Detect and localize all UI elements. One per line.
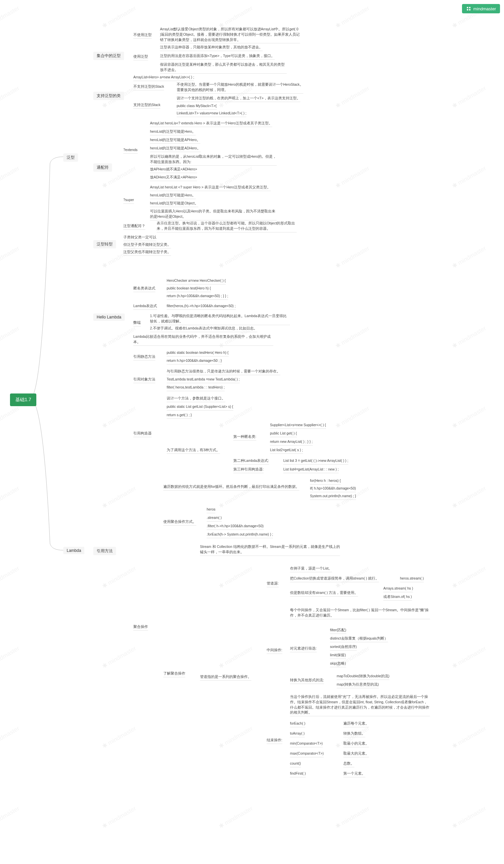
leaf: public static List getList (Supplier<Lis… [167, 404, 233, 410]
leaf: Lambda表达式 [133, 303, 157, 310]
leaf: ArrayList heroLis<? extends Hero > 表示这是一… [150, 120, 272, 127]
leaf: return s.get( ) ; } [167, 412, 192, 419]
leaf: 表示任意泛型。换句话说，这个容器什么泛型都有可能。所以只能以Object的形式取… [157, 220, 297, 232]
leaf: Supplier<List>s=new Supplier<>( ) { [270, 422, 326, 429]
leaf: 当这个操作执行后，流就被使用"光"了，无法再被操作。所以这必定是流的最后一个操作… [290, 694, 430, 716]
leaf: 管道源: [267, 580, 279, 587]
leaf: heroList的泛型可能是Hero。 [150, 128, 196, 135]
leaf: heros.stream( ) [400, 575, 424, 582]
leaf: 结束操作: [267, 737, 282, 744]
leaf: 可以往里面插入Hero以及Hero的子类。但是取出来有风险，因为不清楚取出来的是… [150, 208, 276, 220]
leaf: .forEach(h-> System.out.println(h.name) … [207, 531, 273, 538]
leaf: heros [207, 506, 215, 513]
leaf: 把Collection切换成管道源很简单，调用stream( ) 就行。 [290, 575, 379, 582]
leaf: if( h.hp>100&&h.damage<50) [310, 485, 356, 492]
node-generics-class[interactable]: 支持泛型的类 [93, 92, 124, 100]
leaf: 支持泛型的Stack [133, 102, 160, 109]
leaf: 引用构造器 [133, 430, 152, 437]
leaf: 了解聚合操作 [163, 670, 185, 677]
connectors [0, 0, 504, 864]
leaf: heroList的泛型可能是ADHero。 [150, 145, 201, 152]
leaf: 泛型通配符？ [123, 223, 145, 230]
leaf: System.out.println(h.name) ; } [310, 493, 356, 500]
leaf: 第一种匿名类: [233, 433, 256, 441]
mindmap: 基础1.7 泛型 Lambda 集合中的泛型 支持泛型的类 通配符 泛型转型 不… [0, 0, 504, 27]
brand-badge: mindmaster [462, 4, 500, 13]
leaf: 不支持泛型的Stack [133, 83, 164, 91]
leaf: HeroChecker a=new HeroChecker( ) { [167, 277, 226, 285]
leaf: toArray( ) [290, 730, 305, 737]
leaf: public class MyStack<T>{ [177, 103, 217, 110]
leaf: limit(保留) [330, 652, 346, 659]
leaf: 取最小的元素。 [343, 740, 369, 747]
leaf: 泛型的用法是在容器后面添加<Type>，Type可以是类，抽象类，接口。 [160, 53, 275, 60]
leaf: ?extends [123, 147, 138, 154]
leaf: skip(忽略) [330, 660, 346, 667]
node-ref-method[interactable]: 引用方法 [93, 547, 116, 555]
leaf: 弊端 [133, 320, 141, 326]
leaf: 转换为其他形式的流: [290, 677, 324, 684]
leaf: max(Comparator<T>) [290, 750, 324, 757]
leaf: 不使用泛型 [133, 32, 152, 39]
leaf: 使用聚合操作方式。 [163, 518, 196, 526]
leaf: filter(heros,(h)->h.hp>100&&h.damage<50)… [167, 303, 236, 310]
leaf: 管道指的是一系列的聚合操作。 [200, 674, 251, 681]
leaf: 取最大的元素。 [343, 750, 369, 757]
leaf: 为了调用这个方法，有3种方式。 [167, 447, 220, 454]
node-generics[interactable]: 泛型 [63, 153, 78, 162]
leaf: heroList的泛型可能是Hero。 [150, 192, 196, 199]
node-lambda[interactable]: Lambda [63, 547, 84, 554]
leaf: TestLambda testLambda =new TestLambda( )… [167, 376, 240, 383]
leaf: 聚合操作 [133, 624, 148, 631]
leaf: 对元素进行筛选: [290, 645, 317, 652]
leaf: findFirst( ) [290, 770, 306, 777]
leaf: heroList的泛型可能是APHero。 [150, 137, 200, 144]
leaf: List list 3 = getList( ( )->new ArrayLis… [283, 457, 348, 465]
leaf: 假设容器的泛型是某种对象类型，那么其子类都可以放进去，相其无关的类型放不进去。 [160, 61, 287, 74]
leaf: 2.不便于调试。很难在Lambda表达式中增加调试信息，比如日志。 [150, 325, 257, 332]
leaf: min(Comparator<T>) [290, 740, 323, 747]
leaf: return h.hp>100&&h.damage<50 ; } [167, 358, 222, 364]
node-generics-collection[interactable]: 集合中的泛型 [93, 52, 124, 60]
leaf: 或者Stram.of( hs ) [383, 593, 412, 601]
leaf: for(Hero h : heros) { [310, 478, 341, 484]
leaf: count() [290, 760, 301, 767]
leaf: 设计一个支持泛型的栈，在类的声明上，加上一个<T>，表示这类支持泛型。 [177, 95, 300, 102]
leaf: mapToDouble(转换为double的流) [337, 673, 389, 680]
leaf: 中间操作: [267, 647, 282, 654]
leaf: public boolean test(Hero h) { [167, 285, 211, 292]
root-node[interactable]: 基础1.7 [10, 394, 36, 406]
leaf: 总数。 [343, 760, 354, 767]
leaf: 遍历数据的传统方式就是使用for循环。然后条件判断，最后打印出满足条件的数据。 [163, 483, 299, 491]
leaf: 引用对象方法 [133, 376, 155, 383]
leaf: sorted(自然排序) [330, 644, 357, 651]
leaf: map(转换为任意类型的流) [337, 681, 379, 688]
node-wildcard[interactable]: 通配符 [93, 164, 112, 172]
leaf: 匿名类表达式 [133, 285, 155, 292]
leaf: .stream( ) [207, 515, 222, 521]
leaf: 设计一个方法，参数就是这个接口。 [167, 395, 225, 402]
leaf: .filter( h->h.hp>100&&h.damage<50) [207, 523, 264, 530]
leaf: 泛型表示这种容器，只能存放某种对象类型，其他的放不进去。 [160, 44, 263, 51]
leaf: 不使用泛型。当需要一个只能放Hero的栈是时候，就需要设计一个HeroStack… [177, 81, 303, 94]
leaf: 第一个元素。 [343, 770, 365, 777]
watermark-layer: ✱ mindmaster✱ mindmaster✱ mindmaster✱ mi… [0, 0, 504, 864]
leaf: 泛型父类也不能转泛型子类。 [123, 249, 171, 256]
leaf: 与引用静态方法很类似，只是传递方法的时候，需要一个对象的存在。 [167, 368, 280, 375]
leaf: 但泛型子类不能转泛型父类。 [123, 241, 171, 249]
leaf: return (h.hp>100&&h.damage<50) ; } } ; [167, 293, 228, 300]
leaf: 所以可以确凿的是，从heroList取出来的对象，一定可以转型成Hero的。但是… [150, 153, 276, 166]
leaf: ArrayList默认接受Object类型的对象，所以所有对象都可以放进Arra… [160, 26, 300, 43]
node-generics-cast[interactable]: 泛型转型 [93, 240, 116, 249]
leaf: LinkedList<T> values=new LinkedList<T>( … [177, 110, 246, 117]
leaf: 引用静态方法 [133, 353, 155, 360]
leaf: 遍历每个元素。 [343, 720, 369, 727]
brand-label: mindmaster [473, 6, 496, 11]
node-hello-lambda[interactable]: Hello Lambda [93, 313, 125, 321]
leaf: 1.可读性差。与啰嗦的但是清晰的匿名类代码结构比起来。Lambda表达式一旦变得… [150, 313, 290, 325]
leaf: 但是数组却没有stram( ) 方法，需要使用。 [290, 590, 358, 597]
leaf: 在例子里，源是一个List。 [290, 565, 332, 572]
leaf: ArrayList<Hero> a=new ArrayList<>( ) ; [133, 74, 194, 81]
leaf: 转换为数组。 [343, 730, 365, 737]
leaf: Arrays.stream( hs ) [383, 585, 413, 592]
